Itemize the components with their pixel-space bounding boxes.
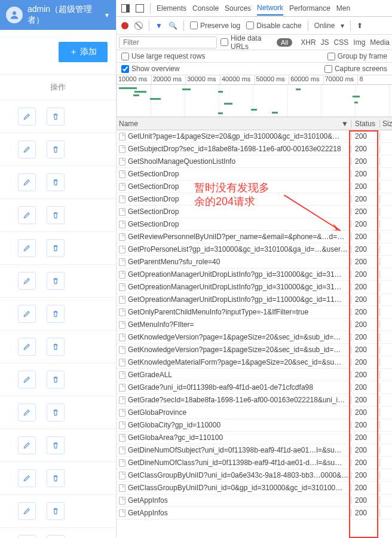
delete-button[interactable] [47, 469, 65, 487]
tab-sources[interactable]: Sources [225, 2, 251, 15]
table-row[interactable]: GetKnowledgeVersion?page=1&pageSize=20&s… [117, 331, 392, 344]
edit-button[interactable] [18, 535, 36, 538]
tab-network[interactable]: Network [257, 1, 283, 16]
table-row[interactable]: GetProPersoneList?gp_id=310000&gc_id=310… [117, 243, 392, 256]
table-row[interactable]: GetClassGroupByUniID?uni_id=0&gp_id=3100… [117, 482, 392, 494]
delete-button[interactable] [47, 338, 65, 356]
tab-performance[interactable]: Performance [289, 2, 330, 15]
delete-button[interactable] [47, 140, 65, 158]
document-icon [119, 233, 125, 241]
filter-type-media[interactable]: Media [370, 38, 390, 47]
table-row[interactable]: GetDineNumOfClass?uni_id=0f11398b-eaf9-4… [117, 457, 392, 469]
edit-button[interactable] [18, 108, 36, 126]
tab-memory[interactable]: Men [336, 2, 350, 15]
hide-data-urls-checkbox[interactable]: Hide data URLs [220, 34, 273, 51]
delete-button[interactable] [47, 173, 65, 191]
table-row[interactable]: GetSectionDrop200 [117, 168, 392, 181]
edit-button[interactable] [18, 502, 36, 520]
delete-button[interactable] [47, 206, 65, 224]
edit-button[interactable] [18, 404, 36, 421]
delete-button[interactable] [47, 272, 65, 290]
table-row[interactable]: GetParentMenu?sfu_role=40200 [117, 256, 392, 268]
record-icon[interactable] [121, 22, 128, 29]
edit-button[interactable] [18, 305, 36, 323]
table-row[interactable]: GetGlobaProvince200 [117, 406, 392, 419]
edit-button[interactable] [18, 173, 36, 191]
clear-icon[interactable] [134, 22, 143, 30]
upload-icon[interactable]: ⬆ [357, 22, 363, 30]
table-row[interactable]: GetDineNumOfSubject?uni_id=0f11398b-eaf9… [117, 444, 392, 457]
filter-type-css[interactable]: CSS [334, 38, 349, 47]
add-button[interactable]: ＋ 添加 [59, 42, 108, 62]
edit-button[interactable] [18, 436, 36, 454]
table-row[interactable]: GetAppInfos200 [117, 507, 392, 519]
filter-input[interactable] [119, 36, 217, 48]
table-row[interactable]: GetKnowledgeVersion?page=1&pageSize=20&s… [117, 344, 392, 356]
delete-button[interactable] [47, 239, 65, 257]
table-row[interactable]: GetReviewPersonnelByUniID?per_name=&emai… [117, 231, 392, 243]
filter-type-xhr[interactable]: XHR [301, 38, 316, 47]
edit-button[interactable] [18, 206, 36, 224]
col-size[interactable]: Siz [380, 120, 392, 128]
dock-side-icon[interactable] [121, 4, 130, 13]
table-row[interactable]: GetShoolManageQuestionListInfo200 [117, 155, 392, 168]
document-icon [119, 497, 125, 505]
edit-button[interactable] [18, 272, 36, 290]
table-row[interactable]: GetGradeALL200 [117, 369, 392, 381]
filter-all[interactable]: All [277, 38, 292, 47]
tab-console[interactable]: Console [192, 2, 219, 15]
col-status[interactable]: Status [351, 120, 380, 128]
table-row[interactable]: GetGrade?secId=18abe8fa-1698-11e6-af00-0… [117, 394, 392, 406]
delete-button[interactable] [47, 305, 65, 323]
delete-button[interactable] [47, 502, 65, 520]
filter-type-img[interactable]: Img [353, 38, 365, 47]
filter-type-js[interactable]: JS [321, 38, 329, 47]
table-row[interactable]: GetGlobaArea?gc_id=110100200 [117, 432, 392, 444]
large-rows-checkbox[interactable]: Use large request rows [121, 52, 205, 60]
table-row[interactable]: GetKnowledgeMaterialForm?page=1&pageSize… [117, 356, 392, 369]
edit-button[interactable] [18, 338, 36, 356]
document-icon [119, 334, 125, 341]
table-row[interactable]: GetGrade?uni_id=0f11398b-eaf9-4f1d-ae01-… [117, 381, 392, 394]
edit-button[interactable] [18, 239, 36, 257]
table-row[interactable]: GetAppInfos200 [117, 494, 392, 507]
table-row[interactable]: GetOpreationManagerUnitDropListInfo?gp_i… [117, 294, 392, 306]
table-row[interactable]: GetSubjectDrop?sec_id=18abe8fa-1698-11e6… [117, 143, 392, 155]
table-row[interactable]: GetSectionDrop200 [117, 193, 392, 206]
device-toolbar-icon[interactable] [136, 4, 144, 13]
search-icon[interactable]: 🔍 [169, 22, 177, 30]
edit-button[interactable] [18, 469, 36, 487]
preserve-log-checkbox[interactable]: Preserve log [190, 22, 240, 30]
delete-button[interactable] [47, 108, 65, 126]
table-row[interactable]: GetClassGroupByUniID?uni_id=0a6e343c-9a1… [117, 469, 392, 482]
list-item [0, 265, 116, 298]
avatar-icon [6, 7, 23, 23]
throttling-select[interactable]: Online [314, 22, 335, 30]
tab-elements[interactable]: Elements [157, 2, 186, 15]
disable-cache-checkbox[interactable]: Disable cache [246, 22, 301, 30]
table-row[interactable]: GetSectionDrop200 [117, 206, 392, 218]
delete-button[interactable] [47, 371, 65, 389]
table-row[interactable]: GetOpreationManagerUnitDropListInfo?gp_i… [117, 268, 392, 281]
group-by-frame-checkbox[interactable]: Group by frame [327, 52, 387, 60]
delete-button[interactable] [47, 535, 65, 538]
table-row[interactable]: GetOnlyParentChildMenuInfo?inputType=-1&… [117, 306, 392, 319]
waterfall-overview[interactable] [117, 85, 392, 117]
delete-button[interactable] [47, 436, 65, 454]
network-table-body[interactable]: GetUnit?page=1&pageSize=20&gp_id=310000&… [117, 130, 392, 538]
table-row[interactable]: GetUnit?page=1&pageSize=20&gp_id=310000&… [117, 130, 392, 143]
edit-button[interactable] [18, 140, 36, 158]
edit-button[interactable] [18, 371, 36, 389]
table-row[interactable]: GetSectionDrop200 [117, 218, 392, 231]
col-name[interactable]: Name▼ [117, 120, 351, 128]
delete-button[interactable] [47, 404, 65, 421]
capture-screenshots-checkbox[interactable]: Capture screens [324, 65, 387, 73]
table-row[interactable]: GetSectionDrop200 [117, 181, 392, 193]
document-icon [119, 509, 125, 517]
table-row[interactable]: GetOpreationManagerUnitDropListInfo?gp_i… [117, 281, 392, 294]
table-row[interactable]: GetGlobaCity?gp_id=110000200 [117, 419, 392, 432]
table-row[interactable]: GetMenuInfo?FIlter=200 [117, 319, 392, 331]
show-overview-checkbox[interactable]: Show overview [121, 65, 180, 73]
filter-icon[interactable]: ▼ [155, 22, 163, 30]
user-dropdown[interactable]: admin（超级管理者） ▼ [0, 0, 116, 30]
